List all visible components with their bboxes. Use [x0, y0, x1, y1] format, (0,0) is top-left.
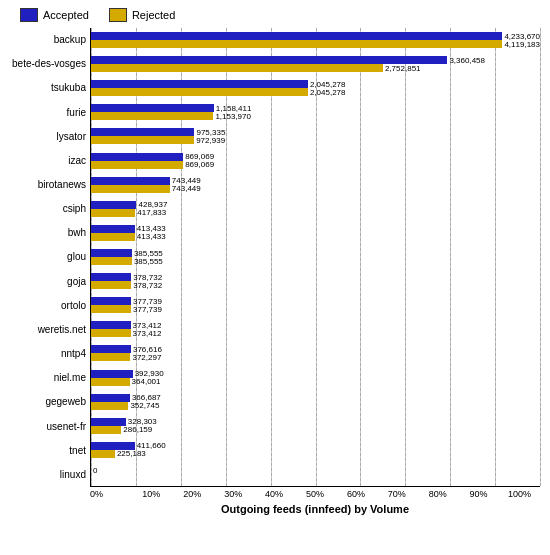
- x-tick: 20%: [172, 489, 213, 499]
- bar-rejected: [91, 402, 128, 410]
- bar-accepted: [91, 345, 131, 353]
- bar-accepted: [91, 321, 131, 329]
- y-label: furie: [10, 104, 86, 122]
- bar-rejected: [91, 40, 502, 48]
- bar-rejected: [91, 426, 121, 434]
- y-label: lysator: [10, 128, 86, 146]
- bar-accepted: [91, 394, 130, 402]
- x-axis-ticks: 0%10%20%30%40%50%60%70%80%90%100%: [90, 487, 540, 499]
- bar-accepted: [91, 201, 136, 209]
- bar-rejected: [91, 329, 131, 337]
- x-tick: 50%: [295, 489, 336, 499]
- bar-rejected-value: 2,045,278: [310, 88, 346, 97]
- chart-area: backupbete-des-vosgestsukubafurielysator…: [10, 28, 540, 487]
- bar-rejected-value: 4,119,183: [504, 40, 540, 49]
- bar-row: 2,045,2782,045,278: [91, 76, 540, 100]
- bar-row: 378,732378,732: [91, 269, 540, 293]
- bar-accepted: [91, 128, 194, 136]
- bar-rejected: [91, 64, 383, 72]
- bar-rejected: [91, 378, 130, 386]
- bar-row: 373,412373,412: [91, 317, 540, 341]
- bar-row: 392,930364,001: [91, 366, 540, 390]
- bar-row: 0: [91, 462, 540, 486]
- bar-accepted: [91, 225, 135, 233]
- bar-rejected-value: 225,183: [117, 449, 146, 458]
- bar-rejected: [91, 305, 131, 313]
- y-label: bwh: [10, 224, 86, 242]
- x-axis-title: Outgoing feeds (innfeed) by Volume: [90, 503, 540, 515]
- bar-rejected-value: 413,433: [137, 232, 166, 241]
- bar-rejected: [91, 88, 308, 96]
- y-label: nntp4: [10, 345, 86, 363]
- y-label: usenet-fr: [10, 418, 86, 436]
- bar-row: 376,616372,297: [91, 341, 540, 365]
- bar-rejected: [91, 281, 131, 289]
- bar-accepted: [91, 297, 131, 305]
- bar-accepted: [91, 153, 183, 161]
- legend-accepted-label: Accepted: [43, 9, 89, 21]
- bar-rejected: [91, 161, 183, 169]
- y-label: niel.me: [10, 369, 86, 387]
- y-label: bete-des-vosges: [10, 55, 86, 73]
- x-tick: 100%: [499, 489, 540, 499]
- bar-row: 975,335972,939: [91, 124, 540, 148]
- legend-accepted-box: [20, 8, 38, 22]
- bar-row: 1,158,4111,153,970: [91, 100, 540, 124]
- bar-row: 4,233,6704,119,183: [91, 28, 540, 52]
- legend: Accepted Rejected: [10, 8, 540, 22]
- bar-rejected: [91, 450, 115, 458]
- x-tick: 60%: [335, 489, 376, 499]
- y-label: linuxd: [10, 466, 86, 484]
- bar-accepted: [91, 370, 133, 378]
- bar-rejected-value: 364,001: [132, 377, 161, 386]
- chart-container: Accepted Rejected backupbete-des-vosgest…: [0, 0, 550, 555]
- bar-rejected-value: 377,739: [133, 305, 162, 314]
- bar-rejected: [91, 257, 132, 265]
- bar-accepted: [91, 418, 126, 426]
- y-label: izac: [10, 152, 86, 170]
- bar-row: 385,555385,555: [91, 245, 540, 269]
- bars-wrapper: 4,233,6704,119,1833,360,4582,752,8512,04…: [90, 28, 540, 487]
- bar-accepted: [91, 32, 502, 40]
- bars-list: 4,233,6704,119,1833,360,4582,752,8512,04…: [91, 28, 540, 486]
- bar-row: 413,433413,433: [91, 221, 540, 245]
- x-tick: 0%: [90, 489, 131, 499]
- bar-rejected-value: 1,153,970: [215, 112, 251, 121]
- bar-rejected-value: 378,732: [133, 281, 162, 290]
- x-tick: 10%: [131, 489, 172, 499]
- legend-rejected-box: [109, 8, 127, 22]
- x-tick: 40%: [254, 489, 295, 499]
- bar-accepted: [91, 104, 214, 112]
- x-tick: 30%: [213, 489, 254, 499]
- grid-line: [540, 28, 541, 486]
- bar-rejected-value: 417,833: [137, 208, 166, 217]
- y-label: glou: [10, 248, 86, 266]
- x-tick: 80%: [417, 489, 458, 499]
- bar-row: 377,739377,739: [91, 293, 540, 317]
- y-label: gegeweb: [10, 393, 86, 411]
- bar-accepted: [91, 80, 308, 88]
- bar-rejected: [91, 112, 213, 120]
- bar-row: 743,449743,449: [91, 173, 540, 197]
- legend-rejected: Rejected: [109, 8, 175, 22]
- bar-rejected-value: 373,412: [133, 329, 162, 338]
- bar-rejected: [91, 209, 135, 217]
- y-label: weretis.net: [10, 321, 86, 339]
- bar-rejected-value: 385,555: [134, 257, 163, 266]
- y-label: tsukuba: [10, 79, 86, 97]
- x-tick: 90%: [458, 489, 499, 499]
- bar-accepted: [91, 273, 131, 281]
- bar-rejected-value: 286,159: [123, 425, 152, 434]
- bar-rejected-value: 352,745: [130, 401, 159, 410]
- x-tick: 70%: [376, 489, 417, 499]
- bar-rejected-value: 2,752,851: [385, 64, 421, 73]
- bar-rejected-value: 972,939: [196, 136, 225, 145]
- bar-row: 366,687352,745: [91, 390, 540, 414]
- bar-rejected: [91, 185, 170, 193]
- bar-rejected: [91, 353, 130, 361]
- y-label: goja: [10, 273, 86, 291]
- y-label: backup: [10, 31, 86, 49]
- legend-rejected-label: Rejected: [132, 9, 175, 21]
- y-label: csiph: [10, 200, 86, 218]
- y-label: tnet: [10, 442, 86, 460]
